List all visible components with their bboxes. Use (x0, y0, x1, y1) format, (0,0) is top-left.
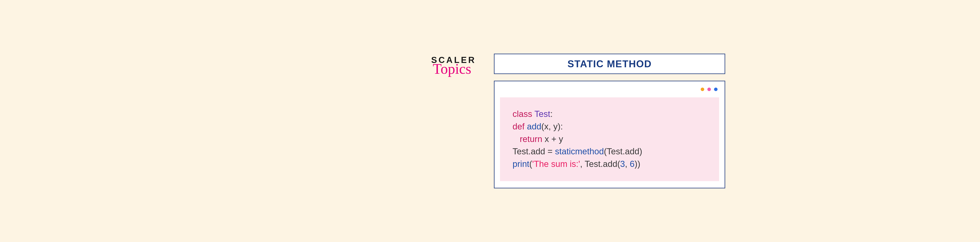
code-line: print('The sum is:', Test.add(3, 6)) (512, 158, 709, 170)
class-name: Test (535, 109, 550, 119)
keyword-def: def (512, 121, 525, 131)
number-literal: 6 (630, 159, 635, 169)
brand-logo: SCALER Topics (431, 56, 482, 75)
func-name: add (527, 121, 541, 131)
code-line: class Test: (512, 108, 709, 120)
logo-text-bottom: Topics (433, 63, 471, 75)
title-box: STATIC METHOD (494, 54, 725, 74)
assign-lhs: Test.add = (512, 146, 555, 156)
paren-close: )) (635, 159, 640, 169)
window-dot-icon (707, 88, 711, 91)
window-dot-icon (701, 88, 704, 91)
builtin-print: print (512, 159, 530, 169)
window-dot-icon (714, 88, 718, 91)
content-column: STATIC METHOD class Test: def add(x, y):… (494, 54, 725, 188)
window-title-bar (495, 81, 725, 97)
paren: ( (530, 159, 532, 169)
string-literal: 'The sum is:' (532, 159, 580, 169)
code-line: return x + y (512, 132, 709, 145)
params: (x, y): (541, 121, 563, 131)
punct: : (550, 109, 552, 119)
code-line: Test.add = staticmethod(Test.add) (512, 145, 709, 158)
code-area: class Test: def add(x, y): return x + y … (500, 97, 719, 181)
call-arg: (Test.add) (604, 146, 642, 156)
diagram-stage: SCALER Topics STATIC METHOD class Test: … (431, 54, 745, 188)
expr: x + y (542, 134, 563, 143)
builtin: staticmethod (555, 146, 604, 156)
code-line: def add(x, y): (512, 120, 709, 132)
title-text: STATIC METHOD (495, 58, 725, 70)
sep: , (625, 159, 630, 169)
number-literal: 3 (620, 159, 625, 169)
call-mid: , Test.add( (580, 159, 620, 169)
keyword-return: return (520, 134, 542, 143)
keyword-class: class (512, 109, 532, 119)
code-window: class Test: def add(x, y): return x + y … (494, 81, 725, 188)
